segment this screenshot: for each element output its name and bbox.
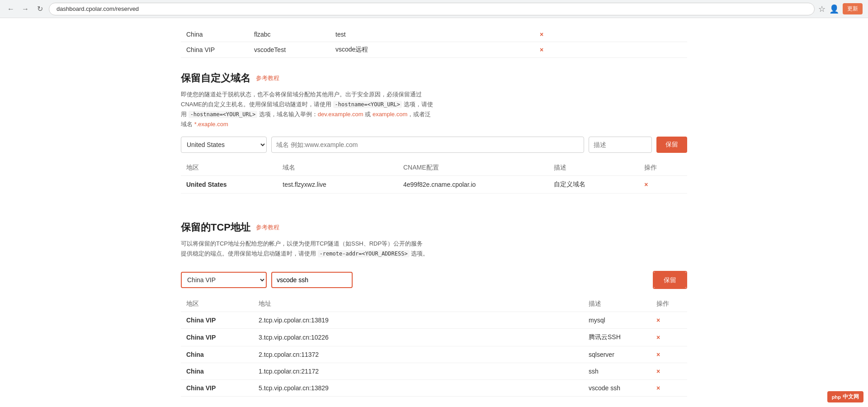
desc-input[interactable] xyxy=(589,137,652,153)
col-domain-header: 域名 xyxy=(277,160,398,176)
cell-region: United States xyxy=(181,176,277,194)
cell-subdomain: flzabc xyxy=(249,27,330,42)
tcp-desc: 可以将保留的TCP地址分配给您的帐户，以便为使用TCP隧道（如SSH、RDP等）… xyxy=(181,239,687,259)
custom-domain-desc: 即使您的隧道处于脱机状态，也不会将保留域分配给其他用户。出于安全原因，必须保留通… xyxy=(181,90,687,129)
cell-desc: vscode远程 xyxy=(330,42,420,58)
reload-button[interactable]: ↻ xyxy=(34,4,45,14)
cell-desc: 腾讯云SSH xyxy=(583,328,651,346)
tcp-section-header: 保留的TCP地址 参考教程 xyxy=(181,221,687,234)
table-row: United States test.flzyxwz.live 4e99f82e… xyxy=(181,176,687,194)
custom-domain-save-button[interactable]: 保留 xyxy=(656,137,687,153)
tcp-title: 保留的TCP地址 xyxy=(181,221,250,234)
profile-icon[interactable]: 👤 xyxy=(829,4,839,14)
page-content: China flzabc test × China VIP vscodeTest… xyxy=(163,18,705,407)
cell-domain: test.flzyxwz.live xyxy=(277,176,398,194)
col-action-header: 操作 xyxy=(651,296,687,312)
cell-region: China VIP xyxy=(181,312,253,328)
cell-address: 2.tcp.cpolar.cn:11372 xyxy=(253,346,583,363)
php-badge: php 中文网 xyxy=(827,391,863,402)
col-action-header: 操作 xyxy=(639,160,687,176)
cell-action xyxy=(420,42,534,58)
cell-desc: mysql xyxy=(583,312,651,328)
delete-icon[interactable]: × xyxy=(656,351,660,358)
region-select[interactable]: United States China China VIP xyxy=(181,137,267,153)
tcp-form: China VIP China United States 保留 xyxy=(181,271,687,289)
delete-icon[interactable]: × xyxy=(656,317,660,324)
cell-region: China VIP xyxy=(181,42,249,58)
custom-domain-header: 保留自定义域名 参考教程 xyxy=(181,71,687,85)
col-region-header: 地区 xyxy=(181,160,277,176)
cell-desc: 自定义域名 xyxy=(548,176,639,194)
delete-icon[interactable]: × xyxy=(540,31,543,38)
cell-region: China xyxy=(181,346,253,363)
tcp-desc-input[interactable] xyxy=(271,272,353,288)
custom-domain-table: 地区 域名 CNAME配置 描述 操作 United States test.f… xyxy=(181,160,687,194)
cell-cname: 4e99f82e.cname.cpolar.io xyxy=(398,176,548,194)
col-desc-header: 描述 xyxy=(548,160,639,176)
col-desc-header: 描述 xyxy=(583,296,651,312)
table-row: China 2.tcp.cpolar.cn:11372 sqlserver × xyxy=(181,346,687,363)
cell-address: 3.tcp.vip.cpolar.cn:10226 xyxy=(253,328,583,346)
table-header-row: 地区 域名 CNAME配置 描述 操作 xyxy=(181,160,687,176)
custom-domain-title: 保留自定义域名 xyxy=(181,71,250,85)
tcp-save-button[interactable]: 保留 xyxy=(654,272,686,288)
cell-region: China xyxy=(181,27,249,42)
cell-address: 5.tcp.vip.cpolar.cn:13829 xyxy=(253,379,583,396)
cell-region: China VIP xyxy=(181,379,253,396)
custom-domain-ref-link[interactable]: 参考教程 xyxy=(256,74,279,82)
star-icon[interactable]: ☆ xyxy=(818,4,826,14)
table-row: China VIP 5.tcp.vip.cpolar.cn:13829 vsco… xyxy=(181,379,687,396)
browser-chrome: ← → ↻ dashboard.cpolar.com/reserved ☆ 👤 … xyxy=(0,0,868,18)
php-icon: php xyxy=(832,394,841,400)
cell-region: China xyxy=(181,363,253,379)
delete-icon[interactable]: × xyxy=(656,368,660,375)
top-table: China flzabc test × China VIP vscodeTest… xyxy=(181,27,687,58)
table-row: China flzabc test × xyxy=(181,27,687,42)
custom-domain-form: United States China China VIP 保留 xyxy=(181,137,687,153)
tcp-ref-link[interactable]: 参考教程 xyxy=(256,223,279,232)
browser-actions: ☆ 👤 更新 xyxy=(818,3,863,14)
update-button[interactable]: 更新 xyxy=(843,3,863,14)
table-row: China VIP vscodeTest vscode远程 × xyxy=(181,42,687,58)
cell-desc: sqlserver xyxy=(583,346,651,363)
cell-desc: ssh xyxy=(583,363,651,379)
cell-region: China VIP xyxy=(181,328,253,346)
php-badge-label: 中文网 xyxy=(843,393,859,401)
tcp-region-select[interactable]: China VIP China United States xyxy=(181,272,267,288)
table-header-row: 地区 地址 描述 操作 xyxy=(181,296,687,312)
col-region-header: 地区 xyxy=(181,296,253,312)
cell-desc: test xyxy=(330,27,420,42)
col-address-header: 地址 xyxy=(253,296,583,312)
delete-icon[interactable]: × xyxy=(656,334,660,341)
back-button[interactable]: ← xyxy=(5,4,16,14)
table-row: China VIP 3.tcp.vip.cpolar.cn:10226 腾讯云S… xyxy=(181,328,687,346)
col-cname-header: CNAME配置 xyxy=(398,160,548,176)
cell-address: 1.tcp.cpolar.cn:21172 xyxy=(253,363,583,379)
domain-input[interactable] xyxy=(271,137,584,153)
table-row: China VIP 2.tcp.vip.cpolar.cn:13819 mysq… xyxy=(181,312,687,328)
cell-action xyxy=(420,27,534,42)
cell-desc: vscode ssh xyxy=(583,379,651,396)
delete-icon[interactable]: × xyxy=(540,46,543,53)
delete-icon[interactable]: × xyxy=(644,181,648,188)
cell-address: 2.tcp.vip.cpolar.cn:13819 xyxy=(253,312,583,328)
cell-subdomain: vscodeTest xyxy=(249,42,330,58)
table-row: China 1.tcp.cpolar.cn:21172 ssh × xyxy=(181,363,687,379)
tcp-save-btn-wrapper: 保留 xyxy=(653,271,687,289)
tcp-table: 地区 地址 描述 操作 China VIP 2.tcp.vip.cpolar.c… xyxy=(181,296,687,397)
forward-button[interactable]: → xyxy=(20,4,31,14)
delete-icon[interactable]: × xyxy=(656,384,660,392)
address-bar: dashboard.cpolar.com/reserved xyxy=(49,3,815,15)
